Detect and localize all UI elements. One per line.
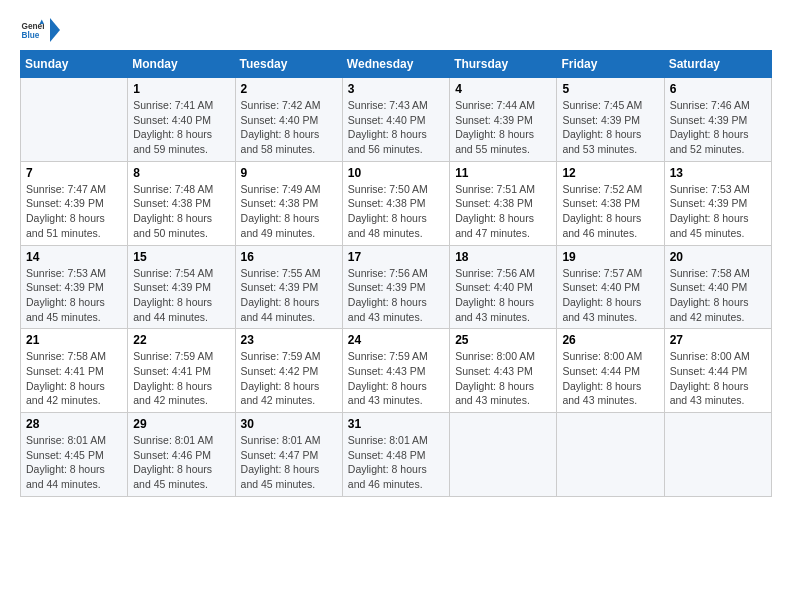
svg-marker-3	[50, 18, 60, 42]
day-number: 30	[241, 417, 337, 431]
day-info: Sunrise: 8:01 AM Sunset: 4:45 PM Dayligh…	[26, 433, 122, 492]
day-info: Sunrise: 7:47 AM Sunset: 4:39 PM Dayligh…	[26, 182, 122, 241]
calendar-cell: 18Sunrise: 7:56 AM Sunset: 4:40 PM Dayli…	[450, 245, 557, 329]
logo-icon: General Blue	[20, 18, 44, 42]
calendar-week-1: 1Sunrise: 7:41 AM Sunset: 4:40 PM Daylig…	[21, 78, 772, 162]
day-info: Sunrise: 7:44 AM Sunset: 4:39 PM Dayligh…	[455, 98, 551, 157]
day-number: 14	[26, 250, 122, 264]
calendar-cell	[557, 413, 664, 497]
day-info: Sunrise: 7:42 AM Sunset: 4:40 PM Dayligh…	[241, 98, 337, 157]
calendar-week-5: 28Sunrise: 8:01 AM Sunset: 4:45 PM Dayli…	[21, 413, 772, 497]
day-info: Sunrise: 7:52 AM Sunset: 4:38 PM Dayligh…	[562, 182, 658, 241]
day-number: 16	[241, 250, 337, 264]
day-info: Sunrise: 8:00 AM Sunset: 4:43 PM Dayligh…	[455, 349, 551, 408]
day-number: 17	[348, 250, 444, 264]
day-info: Sunrise: 7:58 AM Sunset: 4:40 PM Dayligh…	[670, 266, 766, 325]
day-info: Sunrise: 7:45 AM Sunset: 4:39 PM Dayligh…	[562, 98, 658, 157]
calendar-cell: 20Sunrise: 7:58 AM Sunset: 4:40 PM Dayli…	[664, 245, 771, 329]
day-info: Sunrise: 7:59 AM Sunset: 4:42 PM Dayligh…	[241, 349, 337, 408]
calendar-cell	[21, 78, 128, 162]
day-info: Sunrise: 7:57 AM Sunset: 4:40 PM Dayligh…	[562, 266, 658, 325]
day-number: 2	[241, 82, 337, 96]
col-header-tuesday: Tuesday	[235, 51, 342, 78]
calendar-cell: 22Sunrise: 7:59 AM Sunset: 4:41 PM Dayli…	[128, 329, 235, 413]
calendar-cell: 1Sunrise: 7:41 AM Sunset: 4:40 PM Daylig…	[128, 78, 235, 162]
calendar-cell: 26Sunrise: 8:00 AM Sunset: 4:44 PM Dayli…	[557, 329, 664, 413]
calendar-cell: 24Sunrise: 7:59 AM Sunset: 4:43 PM Dayli…	[342, 329, 449, 413]
day-number: 26	[562, 333, 658, 347]
day-info: Sunrise: 8:00 AM Sunset: 4:44 PM Dayligh…	[562, 349, 658, 408]
calendar-cell: 30Sunrise: 8:01 AM Sunset: 4:47 PM Dayli…	[235, 413, 342, 497]
calendar-cell: 16Sunrise: 7:55 AM Sunset: 4:39 PM Dayli…	[235, 245, 342, 329]
day-info: Sunrise: 7:49 AM Sunset: 4:38 PM Dayligh…	[241, 182, 337, 241]
calendar-cell: 10Sunrise: 7:50 AM Sunset: 4:38 PM Dayli…	[342, 161, 449, 245]
day-number: 13	[670, 166, 766, 180]
calendar-cell: 29Sunrise: 8:01 AM Sunset: 4:46 PM Dayli…	[128, 413, 235, 497]
day-number: 10	[348, 166, 444, 180]
day-info: Sunrise: 7:43 AM Sunset: 4:40 PM Dayligh…	[348, 98, 444, 157]
calendar-cell: 17Sunrise: 7:56 AM Sunset: 4:39 PM Dayli…	[342, 245, 449, 329]
day-info: Sunrise: 8:01 AM Sunset: 4:48 PM Dayligh…	[348, 433, 444, 492]
header: General Blue	[20, 16, 772, 44]
calendar-cell: 28Sunrise: 8:01 AM Sunset: 4:45 PM Dayli…	[21, 413, 128, 497]
calendar-cell: 11Sunrise: 7:51 AM Sunset: 4:38 PM Dayli…	[450, 161, 557, 245]
day-number: 7	[26, 166, 122, 180]
day-info: Sunrise: 8:01 AM Sunset: 4:46 PM Dayligh…	[133, 433, 229, 492]
day-number: 4	[455, 82, 551, 96]
day-info: Sunrise: 7:48 AM Sunset: 4:38 PM Dayligh…	[133, 182, 229, 241]
calendar-cell: 4Sunrise: 7:44 AM Sunset: 4:39 PM Daylig…	[450, 78, 557, 162]
calendar-cell: 15Sunrise: 7:54 AM Sunset: 4:39 PM Dayli…	[128, 245, 235, 329]
day-info: Sunrise: 7:41 AM Sunset: 4:40 PM Dayligh…	[133, 98, 229, 157]
calendar-cell: 13Sunrise: 7:53 AM Sunset: 4:39 PM Dayli…	[664, 161, 771, 245]
day-number: 23	[241, 333, 337, 347]
day-number: 8	[133, 166, 229, 180]
calendar-cell: 23Sunrise: 7:59 AM Sunset: 4:42 PM Dayli…	[235, 329, 342, 413]
calendar-cell: 8Sunrise: 7:48 AM Sunset: 4:38 PM Daylig…	[128, 161, 235, 245]
calendar-cell: 12Sunrise: 7:52 AM Sunset: 4:38 PM Dayli…	[557, 161, 664, 245]
calendar-cell: 6Sunrise: 7:46 AM Sunset: 4:39 PM Daylig…	[664, 78, 771, 162]
day-number: 5	[562, 82, 658, 96]
calendar-cell: 3Sunrise: 7:43 AM Sunset: 4:40 PM Daylig…	[342, 78, 449, 162]
calendar-cell: 2Sunrise: 7:42 AM Sunset: 4:40 PM Daylig…	[235, 78, 342, 162]
calendar-cell	[664, 413, 771, 497]
calendar-week-4: 21Sunrise: 7:58 AM Sunset: 4:41 PM Dayli…	[21, 329, 772, 413]
day-number: 21	[26, 333, 122, 347]
day-info: Sunrise: 7:59 AM Sunset: 4:41 PM Dayligh…	[133, 349, 229, 408]
calendar-cell: 9Sunrise: 7:49 AM Sunset: 4:38 PM Daylig…	[235, 161, 342, 245]
day-number: 6	[670, 82, 766, 96]
day-number: 11	[455, 166, 551, 180]
day-info: Sunrise: 7:54 AM Sunset: 4:39 PM Dayligh…	[133, 266, 229, 325]
day-info: Sunrise: 8:00 AM Sunset: 4:44 PM Dayligh…	[670, 349, 766, 408]
day-number: 24	[348, 333, 444, 347]
svg-text:Blue: Blue	[22, 31, 40, 40]
day-number: 12	[562, 166, 658, 180]
calendar-cell: 25Sunrise: 8:00 AM Sunset: 4:43 PM Dayli…	[450, 329, 557, 413]
day-number: 22	[133, 333, 229, 347]
day-info: Sunrise: 7:53 AM Sunset: 4:39 PM Dayligh…	[26, 266, 122, 325]
calendar-week-3: 14Sunrise: 7:53 AM Sunset: 4:39 PM Dayli…	[21, 245, 772, 329]
logo: General Blue	[20, 16, 62, 44]
calendar-cell: 31Sunrise: 8:01 AM Sunset: 4:48 PM Dayli…	[342, 413, 449, 497]
day-number: 1	[133, 82, 229, 96]
day-info: Sunrise: 7:56 AM Sunset: 4:39 PM Dayligh…	[348, 266, 444, 325]
calendar-table: SundayMondayTuesdayWednesdayThursdayFrid…	[20, 50, 772, 497]
day-number: 29	[133, 417, 229, 431]
col-header-sunday: Sunday	[21, 51, 128, 78]
day-number: 31	[348, 417, 444, 431]
day-info: Sunrise: 7:55 AM Sunset: 4:39 PM Dayligh…	[241, 266, 337, 325]
calendar-header: SundayMondayTuesdayWednesdayThursdayFrid…	[21, 51, 772, 78]
day-info: Sunrise: 7:53 AM Sunset: 4:39 PM Dayligh…	[670, 182, 766, 241]
day-number: 15	[133, 250, 229, 264]
day-number: 9	[241, 166, 337, 180]
calendar-week-2: 7Sunrise: 7:47 AM Sunset: 4:39 PM Daylig…	[21, 161, 772, 245]
col-header-friday: Friday	[557, 51, 664, 78]
logo-text	[48, 16, 62, 44]
calendar-cell	[450, 413, 557, 497]
calendar-cell: 21Sunrise: 7:58 AM Sunset: 4:41 PM Dayli…	[21, 329, 128, 413]
day-info: Sunrise: 7:59 AM Sunset: 4:43 PM Dayligh…	[348, 349, 444, 408]
day-info: Sunrise: 7:50 AM Sunset: 4:38 PM Dayligh…	[348, 182, 444, 241]
logo-triangle-icon	[48, 16, 62, 44]
calendar-cell: 5Sunrise: 7:45 AM Sunset: 4:39 PM Daylig…	[557, 78, 664, 162]
calendar-cell: 14Sunrise: 7:53 AM Sunset: 4:39 PM Dayli…	[21, 245, 128, 329]
calendar-cell: 19Sunrise: 7:57 AM Sunset: 4:40 PM Dayli…	[557, 245, 664, 329]
